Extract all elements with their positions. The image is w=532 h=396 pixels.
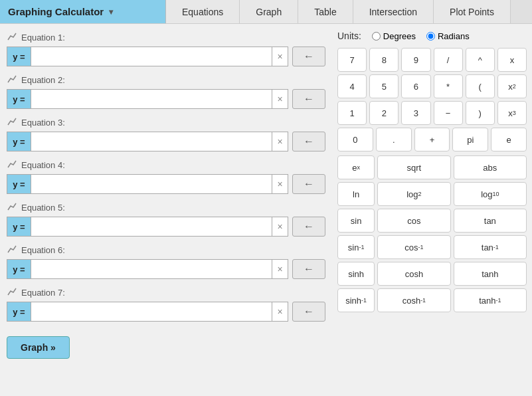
tab-graph[interactable]: Graph xyxy=(240,0,298,23)
eq1-clear-btn[interactable]: × xyxy=(272,47,288,66)
eq6-input[interactable] xyxy=(31,259,272,279)
btn-log10[interactable]: log10 xyxy=(454,182,527,206)
eq3-input[interactable] xyxy=(31,132,272,151)
func-row-3: sin cos tan xyxy=(337,209,527,233)
equation-block-5: Equation 5: y = × ← xyxy=(7,201,325,237)
btn-tanh[interactable]: tanh xyxy=(454,262,527,286)
eq2-prefix: y = xyxy=(7,89,31,109)
btn-1[interactable]: 1 xyxy=(337,101,367,125)
eq2-input[interactable] xyxy=(31,89,272,109)
eq7-label: Equation 7: xyxy=(21,288,65,298)
btn-x-squared[interactable]: x2 xyxy=(497,74,527,98)
btn-caret[interactable]: ^ xyxy=(466,48,495,72)
calc-row-1: 7 8 9 / ^ x xyxy=(337,48,527,72)
btn-minus[interactable]: − xyxy=(434,101,463,125)
eq1-prefix: y = xyxy=(7,47,31,66)
eq5-backspace-btn[interactable]: ← xyxy=(292,217,325,237)
eq1-backspace-btn[interactable]: ← xyxy=(292,47,325,66)
eq4-input[interactable] xyxy=(31,174,272,194)
eq3-icon xyxy=(7,116,19,130)
eq7-icon xyxy=(7,286,19,300)
btn-log2[interactable]: log2 xyxy=(377,182,450,206)
dropdown-icon[interactable]: ▾ xyxy=(109,7,113,17)
btn-plus[interactable]: + xyxy=(414,128,450,151)
calc-row-2: 4 5 6 * ( x2 xyxy=(337,74,527,98)
btn-x-cubed[interactable]: x3 xyxy=(497,101,527,125)
tab-intersection[interactable]: Intersection xyxy=(353,0,434,23)
btn-tan[interactable]: tan xyxy=(454,209,527,233)
btn-0[interactable]: 0 xyxy=(337,128,373,151)
tab-plot-points[interactable]: Plot Points xyxy=(434,0,511,23)
btn-5[interactable]: 5 xyxy=(369,74,399,98)
eq5-input[interactable] xyxy=(31,217,272,237)
btn-tan-inv[interactable]: tan-1 xyxy=(454,235,527,259)
units-row: Units: Degrees Radians xyxy=(337,31,527,41)
btn-2[interactable]: 2 xyxy=(369,101,399,125)
btn-ln[interactable]: ln xyxy=(337,182,375,206)
eq5-clear-btn[interactable]: × xyxy=(272,217,288,237)
btn-sinh[interactable]: sinh xyxy=(337,262,375,286)
radians-label: Radians xyxy=(438,31,470,41)
btn-x[interactable]: x xyxy=(497,48,527,72)
eq2-backspace-btn[interactable]: ← xyxy=(292,89,325,109)
graph-button[interactable]: Graph » xyxy=(7,336,70,359)
tab-equations[interactable]: Equations xyxy=(166,0,240,23)
btn-sinh-inv[interactable]: sinh-1 xyxy=(337,288,375,312)
eq4-clear-btn[interactable]: × xyxy=(272,174,288,194)
btn-sin[interactable]: sin xyxy=(337,209,375,233)
eq1-input[interactable] xyxy=(31,47,272,66)
equation-block-2: Equation 2: y = × ← xyxy=(7,73,325,109)
btn-cos-inv[interactable]: cos-1 xyxy=(377,235,450,259)
equation-block-1: Equation 1: y = × ← xyxy=(7,31,325,66)
eq5-prefix: y = xyxy=(7,217,31,237)
degrees-label: Degrees xyxy=(383,31,416,41)
eq6-prefix: y = xyxy=(7,259,31,279)
btn-open-paren[interactable]: ( xyxy=(466,74,495,98)
btn-3[interactable]: 3 xyxy=(401,101,430,125)
eq6-clear-btn[interactable]: × xyxy=(272,259,288,279)
btn-6[interactable]: 6 xyxy=(401,74,430,98)
func-row-5: sinh cosh tanh xyxy=(337,262,527,286)
eq7-input[interactable] xyxy=(31,302,272,322)
tab-table[interactable]: Table xyxy=(298,0,353,23)
eq7-prefix: y = xyxy=(7,302,31,322)
app-title: Graphing Calculator ▾ xyxy=(0,0,166,23)
eq2-clear-btn[interactable]: × xyxy=(272,89,288,109)
btn-e[interactable]: e xyxy=(491,128,527,151)
eq3-prefix: y = xyxy=(7,132,31,151)
equation-block-7: Equation 7: y = × ← xyxy=(7,286,325,322)
btn-pi[interactable]: pi xyxy=(452,128,488,151)
top-nav: Graphing Calculator ▾ Equations Graph Ta… xyxy=(0,0,532,24)
btn-abs[interactable]: abs xyxy=(454,155,527,179)
degrees-radio-item[interactable]: Degrees xyxy=(372,31,416,41)
btn-7[interactable]: 7 xyxy=(337,48,367,72)
eq6-backspace-btn[interactable]: ← xyxy=(292,259,325,279)
btn-sin-inv[interactable]: sin-1 xyxy=(337,235,375,259)
btn-close-paren[interactable]: ) xyxy=(466,101,495,125)
btn-sqrt[interactable]: sqrt xyxy=(377,155,450,179)
eq4-label: Equation 4: xyxy=(21,160,65,170)
btn-multiply[interactable]: * xyxy=(434,74,463,98)
btn-divide[interactable]: / xyxy=(434,48,463,72)
equation-block-4: Equation 4: y = × ← xyxy=(7,158,325,194)
btn-dot[interactable]: . xyxy=(376,128,412,151)
btn-cos[interactable]: cos xyxy=(377,209,450,233)
radians-radio-item[interactable]: Radians xyxy=(426,31,470,41)
degrees-radio[interactable] xyxy=(372,32,381,41)
app-title-text: Graphing Calculator xyxy=(8,6,104,17)
eq7-backspace-btn[interactable]: ← xyxy=(292,302,325,322)
eq4-backspace-btn[interactable]: ← xyxy=(292,174,325,194)
btn-cosh-inv[interactable]: cosh-1 xyxy=(377,288,450,312)
btn-9[interactable]: 9 xyxy=(401,48,430,72)
btn-4[interactable]: 4 xyxy=(337,74,367,98)
btn-cosh[interactable]: cosh xyxy=(377,262,450,286)
btn-exp[interactable]: ex xyxy=(337,155,375,179)
eq3-clear-btn[interactable]: × xyxy=(272,132,288,151)
eq6-icon xyxy=(7,243,19,258)
btn-tanh-inv[interactable]: tanh-1 xyxy=(454,288,527,312)
radians-radio[interactable] xyxy=(426,32,435,41)
btn-8[interactable]: 8 xyxy=(369,48,399,72)
eq4-prefix: y = xyxy=(7,174,31,194)
eq3-backspace-btn[interactable]: ← xyxy=(292,132,325,151)
eq7-clear-btn[interactable]: × xyxy=(272,302,288,322)
